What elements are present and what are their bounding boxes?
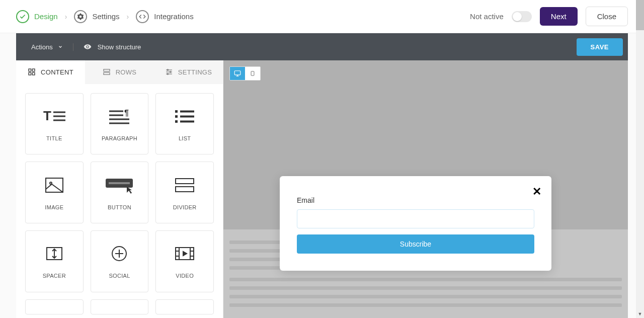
chevron-down-icon — [58, 44, 63, 49]
block-partial[interactable] — [91, 299, 149, 314]
block-label: LIST — [179, 135, 191, 141]
content-grid: T TITLE ¶ PARAGRAPH LIST — [16, 84, 223, 318]
title-icon: T — [43, 106, 65, 126]
video-icon — [175, 244, 195, 264]
preview-panel: ✕ Email Subscribe — [223, 60, 628, 318]
svg-rect-4 — [104, 69, 110, 71]
panel-tabs: CONTENT ROWS SETTINGS — [16, 60, 223, 84]
block-partial[interactable] — [25, 299, 84, 314]
svg-rect-31 — [176, 179, 194, 184]
eye-icon — [84, 43, 92, 51]
block-button[interactable]: BUTTON — [91, 162, 149, 223]
svg-rect-21 — [175, 110, 178, 113]
mobile-icon — [250, 69, 255, 77]
paragraph-icon: ¶ — [108, 106, 130, 126]
gear-icon — [74, 10, 87, 23]
block-spacer[interactable]: SPACER — [25, 230, 84, 292]
tab-rows[interactable]: ROWS — [85, 60, 154, 84]
status-text: Not active — [470, 12, 504, 21]
breadcrumb-label: Integrations — [154, 12, 193, 21]
spacer-icon — [46, 244, 63, 264]
tab-label: CONTENT — [41, 68, 73, 76]
top-right-controls: Not active Next Close — [470, 7, 628, 26]
block-title[interactable]: T TITLE — [25, 93, 84, 155]
chevron-right-icon: › — [65, 13, 67, 21]
breadcrumb-integrations[interactable]: Integrations — [136, 10, 193, 23]
editor-container: CONTENT ROWS SETTINGS T TITLE ¶ — [16, 60, 628, 318]
action-bar: Actions Show structure SAVE — [16, 33, 628, 60]
scrollbar-thumb[interactable] — [636, 0, 644, 30]
svg-rect-49 — [251, 71, 254, 75]
svg-text:T: T — [43, 108, 51, 123]
block-label: PARAGRAPH — [102, 135, 137, 141]
block-video[interactable]: VIDEO — [155, 230, 214, 292]
email-label: Email — [297, 196, 534, 204]
svg-rect-0 — [29, 69, 31, 71]
breadcrumb-label: Settings — [92, 12, 119, 21]
settings-lines-icon — [165, 68, 173, 76]
actions-dropdown[interactable]: Actions — [31, 43, 73, 51]
subscribe-button[interactable]: Subscribe — [297, 234, 534, 254]
svg-rect-3 — [32, 73, 35, 75]
tab-content[interactable]: CONTENT — [16, 60, 85, 84]
block-label: DIVIDER — [173, 204, 197, 210]
svg-marker-45 — [183, 252, 187, 256]
social-icon — [111, 244, 127, 264]
block-divider[interactable]: DIVIDER — [155, 162, 214, 223]
svg-rect-46 — [234, 71, 240, 75]
svg-text:¶: ¶ — [124, 109, 129, 117]
svg-rect-23 — [175, 115, 178, 118]
actions-label: Actions — [31, 43, 53, 51]
tab-settings[interactable]: SETTINGS — [154, 60, 223, 84]
next-button[interactable]: Next — [540, 7, 578, 26]
text-line — [229, 278, 622, 281]
mobile-view-button[interactable] — [245, 67, 260, 80]
close-button[interactable]: Close — [586, 7, 628, 26]
text-line — [229, 286, 622, 290]
list-icon — [175, 106, 194, 126]
breadcrumb-label: Design — [34, 12, 58, 21]
tab-label: SETTINGS — [178, 68, 212, 76]
save-button[interactable]: SAVE — [577, 38, 623, 56]
canvas-text-placeholder — [229, 278, 622, 307]
svg-rect-25 — [175, 120, 178, 123]
email-input[interactable] — [297, 209, 534, 228]
grid-icon — [28, 68, 36, 76]
image-icon — [45, 175, 64, 195]
left-panel: CONTENT ROWS SETTINGS T TITLE ¶ — [16, 60, 223, 318]
popup-close-icon[interactable]: ✕ — [532, 185, 541, 198]
svg-point-11 — [167, 73, 169, 75]
scroll-down-arrow[interactable]: ▼ — [636, 310, 644, 318]
block-paragraph[interactable]: ¶ PARAGRAPH — [91, 93, 149, 155]
text-line — [229, 295, 622, 298]
block-label: TITLE — [46, 135, 62, 141]
svg-rect-1 — [32, 69, 35, 71]
block-label: SOCIAL — [109, 273, 130, 279]
page-scrollbar[interactable]: ▲ ▼ — [636, 0, 644, 318]
top-bar: Design › Settings › Integrations Not act… — [0, 0, 644, 33]
chevron-right-icon: › — [127, 13, 129, 21]
desktop-icon — [233, 70, 242, 77]
svg-point-10 — [170, 71, 171, 73]
block-list[interactable]: LIST — [155, 93, 214, 155]
block-label: VIDEO — [176, 273, 194, 279]
svg-rect-30 — [109, 182, 130, 184]
block-social[interactable]: SOCIAL — [91, 230, 149, 292]
button-icon — [105, 175, 134, 195]
block-partial[interactable] — [155, 299, 214, 314]
block-label: SPACER — [43, 273, 66, 279]
block-image[interactable]: IMAGE — [25, 162, 84, 223]
svg-rect-5 — [104, 73, 110, 75]
active-toggle[interactable] — [512, 11, 532, 22]
text-line — [229, 303, 622, 307]
desktop-view-button[interactable] — [230, 67, 245, 80]
breadcrumb-design[interactable]: Design — [16, 10, 58, 23]
divider-icon — [175, 175, 195, 195]
svg-point-9 — [167, 69, 169, 71]
breadcrumb-settings[interactable]: Settings — [74, 10, 119, 23]
show-structure-button[interactable]: Show structure — [84, 43, 141, 51]
block-label: IMAGE — [45, 204, 63, 210]
tab-label: ROWS — [116, 68, 137, 76]
rows-icon — [103, 68, 111, 76]
device-toggle — [229, 66, 261, 81]
